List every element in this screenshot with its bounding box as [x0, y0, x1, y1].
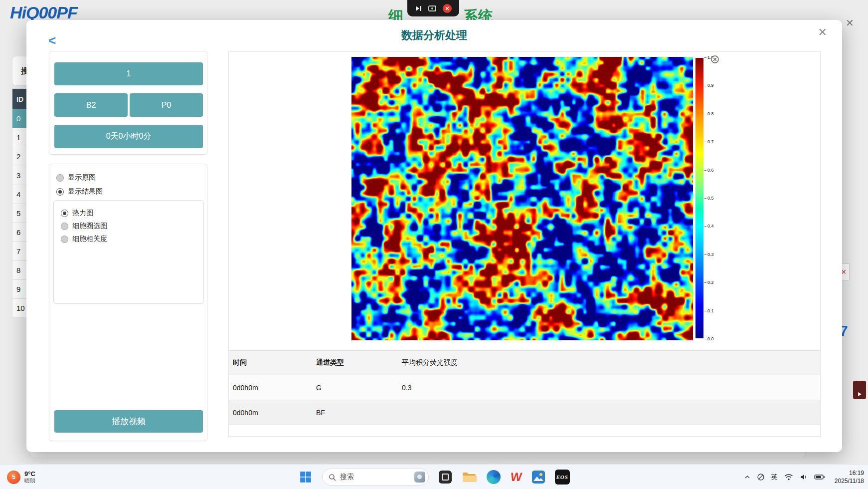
start-button[interactable]	[299, 471, 312, 484]
cast-screen-icon[interactable]	[428, 5, 436, 11]
well-button[interactable]: B2	[54, 93, 128, 117]
results-table: 时间 通道类型 平均积分荧光强度 0d0h0m G 0.3 0d0h0m BF	[229, 350, 820, 425]
present-icon[interactable]	[415, 5, 422, 11]
chevron-up-icon[interactable]	[744, 475, 750, 479]
data-analysis-dialog: < 数据分析处理 ✕ 1 B2 P0 0天0小时0分 显示原图 显示结果图 热力…	[26, 20, 842, 452]
weather-badge: 5	[7, 471, 20, 484]
volume-icon[interactable]	[800, 474, 808, 481]
app-close-button[interactable]: ✕	[846, 17, 854, 29]
search-icon	[329, 474, 336, 481]
table-row[interactable]: 0d0h0m BF	[229, 400, 820, 425]
col-header-channel: 通道类型	[312, 358, 398, 367]
clock-widget[interactable]: 16:19 2025/11/18	[835, 469, 864, 485]
heatmap-image	[351, 57, 693, 340]
play-video-button[interactable]: 播放视频	[54, 410, 203, 433]
weather-temperature: 9°C	[24, 470, 35, 478]
wps-icon[interactable]: W	[510, 470, 523, 484]
results-table-header: 时间 通道类型 平均积分荧光强度	[229, 350, 820, 375]
radio-circle-icon	[56, 188, 64, 196]
tray-date: 2025/11/18	[835, 477, 864, 485]
snipping-tool-icon[interactable]	[439, 471, 452, 484]
radio-circle-icon	[61, 223, 68, 230]
col-header-time: 时间	[229, 358, 312, 367]
result-type-card: 热力图 细胞圈选图 细胞相关度	[53, 200, 204, 304]
capture-toolbar	[407, 0, 459, 16]
tray-time: 16:19	[835, 469, 864, 477]
selection-card: 1 B2 P0 0天0小时0分	[49, 51, 207, 155]
radio-cell-outline[interactable]: 细胞圈选图	[61, 221, 107, 232]
radio-show-result[interactable]: 显示结果图	[56, 186, 103, 197]
result-viewer-panel: 1.0 0.9 0.8 0.7 0.6 0.5 0.4 0.3 0.2 0.1 …	[228, 51, 821, 437]
dialog-close-button[interactable]: ✕	[818, 26, 827, 39]
colorbar-close-icon[interactable]	[710, 55, 719, 64]
radio-show-original[interactable]: 显示原图	[56, 172, 96, 183]
photos-icon[interactable]	[532, 471, 545, 484]
search-daily-image-icon	[414, 472, 425, 483]
dialog-title: 数据分析处理	[26, 28, 842, 43]
position-button[interactable]: P0	[130, 93, 203, 117]
do-not-disturb-icon[interactable]	[757, 473, 765, 481]
radio-circle-icon	[61, 210, 68, 217]
radio-circle-icon	[61, 236, 68, 243]
display-options-card: 显示原图 显示结果图 热力图 细胞圈选图 细胞相关度 播放视频	[49, 164, 207, 441]
stop-capture-button[interactable]	[443, 4, 452, 13]
system-tray: 英 16:19 2025/11/18	[744, 465, 864, 489]
eos-app-icon[interactable]: EOS	[555, 470, 570, 485]
weather-widget[interactable]: 5 9°C 晴朗	[7, 465, 35, 489]
file-explorer-icon[interactable]	[462, 471, 477, 483]
taskbar-center: 搜索 W EOS	[299, 465, 570, 489]
radio-circle-icon	[56, 174, 64, 182]
colorbar-ticks: 1.0 0.9 0.8 0.7 0.6 0.5 0.4 0.3 0.2 0.1 …	[704, 55, 714, 341]
index-button[interactable]: 1	[54, 62, 203, 85]
table-row[interactable]: 0d0h0m G 0.3	[229, 375, 820, 400]
time-button[interactable]: 0天0小时0分	[54, 125, 203, 148]
input-language-indicator[interactable]: 英	[771, 473, 778, 482]
weather-condition: 晴朗	[24, 478, 35, 484]
radio-heatmap[interactable]: 热力图	[61, 208, 93, 219]
battery-icon[interactable]	[814, 474, 825, 480]
col-header-intensity: 平均积分荧光强度	[398, 358, 820, 367]
floating-widget[interactable]	[853, 381, 866, 399]
radio-cell-correlation[interactable]: 细胞相关度	[61, 234, 107, 244]
colorbar	[695, 58, 703, 338]
search-placeholder: 搜索	[340, 473, 410, 482]
taskbar: 5 9°C 晴朗 搜索 W EOS	[0, 464, 868, 489]
wifi-icon[interactable]	[784, 474, 793, 481]
search-input[interactable]: 搜索	[322, 469, 429, 486]
edge-browser-icon[interactable]	[487, 470, 501, 484]
